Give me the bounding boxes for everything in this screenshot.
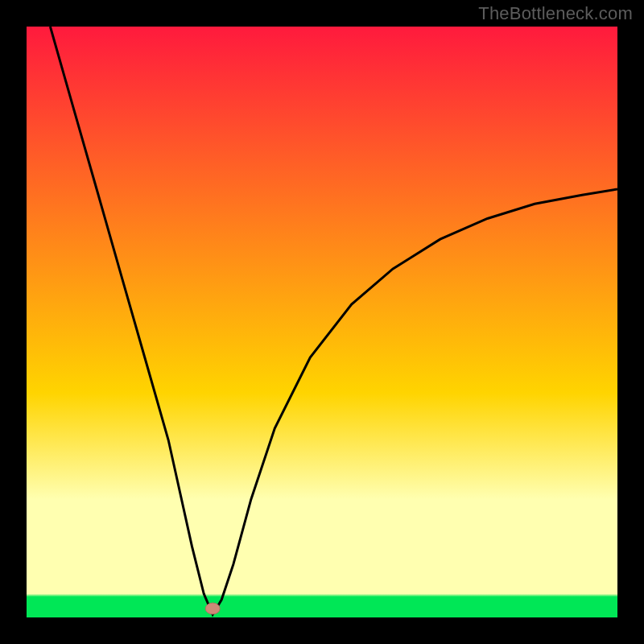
plot-background (27, 27, 617, 617)
optimal-point-dot (205, 603, 220, 614)
bottleneck-chart (0, 0, 644, 644)
watermark-text: TheBottleneck.com (478, 3, 633, 24)
chart-stage: TheBottleneck.com (0, 0, 644, 644)
